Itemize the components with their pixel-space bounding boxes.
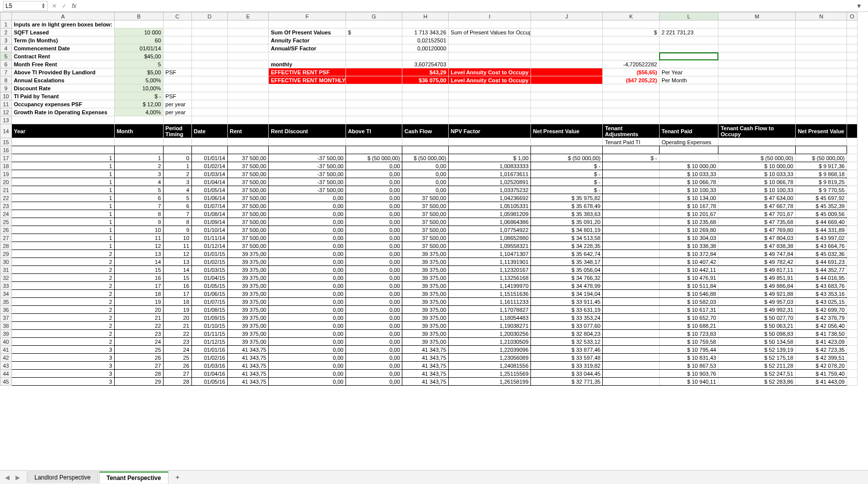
formula-bar-expand-icon[interactable]: ▼: [853, 2, 865, 9]
row-6[interactable]: 6: [0, 60, 12, 68]
table-row: 2317601/07/1437 500,000,000,0037 500,001…: [0, 202, 858, 210]
row-25[interactable]: 25: [0, 218, 12, 226]
row-19[interactable]: 19: [0, 170, 12, 178]
row-35[interactable]: 35: [0, 298, 12, 306]
tab-next-icon[interactable]: ▶: [13, 473, 22, 482]
hdr-B[interactable]: Month: [114, 124, 163, 138]
row-32[interactable]: 32: [0, 274, 12, 282]
table-row: 281121101/12/1437 500,000,000,0037 500,0…: [0, 242, 858, 250]
table-row: 413252401/01/1641 343,750,000,0041 343,7…: [0, 346, 858, 354]
row-15[interactable]: 15: [0, 138, 12, 146]
hdr-M[interactable]: Tenant Cash Flow to Occupy: [718, 124, 796, 138]
col-N[interactable]: N: [796, 12, 847, 20]
row-14[interactable]: 14: [0, 124, 12, 138]
hdr-G[interactable]: Above TI: [346, 124, 402, 138]
row-11[interactable]: 11: [0, 100, 12, 108]
name-box[interactable]: L5 ▲▼: [3, 1, 48, 11]
row-31[interactable]: 31: [0, 266, 12, 274]
col-G[interactable]: G: [346, 12, 402, 20]
hdr-F[interactable]: Rent Discount: [269, 124, 346, 138]
col-E[interactable]: E: [227, 12, 268, 20]
row-4[interactable]: 4: [0, 44, 12, 52]
row-20[interactable]: 20: [0, 178, 12, 186]
column-headers: A B C D E F G H I J K L M N O: [0, 12, 858, 20]
row-41[interactable]: 41: [0, 346, 12, 354]
row-17[interactable]: 17: [0, 154, 12, 162]
inputs-title[interactable]: Inputs are in light green boxes below:: [11, 20, 114, 28]
col-K[interactable]: K: [603, 12, 659, 20]
row-10[interactable]: 10: [0, 92, 12, 100]
row-44[interactable]: 44: [0, 370, 12, 378]
row-42[interactable]: 42: [0, 354, 12, 362]
tab-prev-icon[interactable]: ◀: [3, 473, 11, 482]
hdr-I[interactable]: NPV Factor: [449, 124, 531, 138]
table-row: 2014301/04/1437 500,00-37 500,000,000,00…: [0, 178, 858, 186]
row-26[interactable]: 26: [0, 226, 12, 234]
row-21[interactable]: 21: [0, 186, 12, 194]
table-row: 443282701/04/1641 343,750,000,0041 343,7…: [0, 370, 858, 378]
row-33[interactable]: 33: [0, 282, 12, 290]
selected-cell[interactable]: [659, 52, 718, 60]
row-18[interactable]: 18: [0, 162, 12, 170]
row-36[interactable]: 36: [0, 306, 12, 314]
name-box-stepper-icon[interactable]: ▲▼: [41, 3, 45, 9]
confirm-icon[interactable]: ✓: [62, 2, 67, 9]
row-22[interactable]: 22: [0, 194, 12, 202]
row-39[interactable]: 39: [0, 330, 12, 338]
col-C[interactable]: C: [163, 12, 191, 20]
row-13[interactable]: 13: [0, 116, 12, 124]
row-5[interactable]: 5: [0, 52, 12, 60]
col-M[interactable]: M: [718, 12, 796, 20]
row-2[interactable]: 2: [0, 28, 12, 36]
row-1[interactable]: 1: [0, 20, 12, 28]
table-row: 26110901/10/1437 500,000,000,0037 500,00…: [0, 226, 858, 234]
col-L[interactable]: L: [659, 12, 718, 20]
col-D[interactable]: D: [191, 12, 227, 20]
hdr-D[interactable]: Date: [191, 124, 227, 138]
hdr-J[interactable]: Net Present Value: [531, 124, 603, 138]
hdr-H[interactable]: Cash Flow: [402, 124, 449, 138]
formula-input[interactable]: [80, 1, 849, 11]
row-23[interactable]: 23: [0, 202, 12, 210]
row-7[interactable]: 7: [0, 68, 12, 76]
spreadsheet-grid[interactable]: A B C D E F G H I J K L M N O 1Inputs ar…: [0, 12, 868, 470]
row-3[interactable]: 3: [0, 36, 12, 44]
col-H[interactable]: H: [402, 12, 449, 20]
col-B[interactable]: B: [114, 12, 163, 20]
col-F[interactable]: F: [269, 12, 346, 20]
row-37[interactable]: 37: [0, 314, 12, 322]
hdr-A[interactable]: Year: [11, 124, 114, 138]
hdr-K[interactable]: Tenant Adjustments: [603, 124, 659, 138]
col-J[interactable]: J: [531, 12, 603, 20]
hdr-N[interactable]: Net Present Value: [796, 124, 847, 138]
row-45[interactable]: 45: [0, 378, 12, 386]
row-28[interactable]: 28: [0, 242, 12, 250]
row-43[interactable]: 43: [0, 362, 12, 370]
table-row: 1913201/03/1437 500,00-37 500,000,000,00…: [0, 170, 858, 178]
row-29[interactable]: 29: [0, 250, 12, 258]
row-24[interactable]: 24: [0, 210, 12, 218]
table-row: 312151401/03/1539 375,000,000,0039 375,0…: [0, 266, 858, 274]
tab-landlord[interactable]: Landlord Perspective: [27, 472, 98, 483]
hdr-C[interactable]: Period Timing: [163, 124, 191, 138]
col-I[interactable]: I: [449, 12, 531, 20]
hdr-E[interactable]: Rent: [227, 124, 268, 138]
select-all-corner[interactable]: [0, 12, 12, 20]
cancel-icon[interactable]: ✕: [52, 2, 57, 9]
row-38[interactable]: 38: [0, 322, 12, 330]
col-O[interactable]: O: [847, 12, 858, 20]
row-34[interactable]: 34: [0, 290, 12, 298]
tab-add-button[interactable]: ＋: [170, 471, 185, 484]
row-16[interactable]: 16: [0, 146, 12, 154]
col-A[interactable]: A: [11, 12, 114, 20]
hdr-L[interactable]: Tenant Paid: [659, 124, 718, 138]
row-30[interactable]: 30: [0, 258, 12, 266]
fx-icon[interactable]: fx: [72, 2, 76, 9]
row-12[interactable]: 12: [0, 108, 12, 116]
row-40[interactable]: 40: [0, 338, 12, 346]
row-8[interactable]: 8: [0, 76, 12, 84]
row-27[interactable]: 27: [0, 234, 12, 242]
table-row: 1711001/01/1437 500,00-37 500,00$ (50 00…: [0, 154, 858, 162]
tab-tenant[interactable]: Tenant Perspective: [99, 472, 169, 484]
row-9[interactable]: 9: [0, 84, 12, 92]
